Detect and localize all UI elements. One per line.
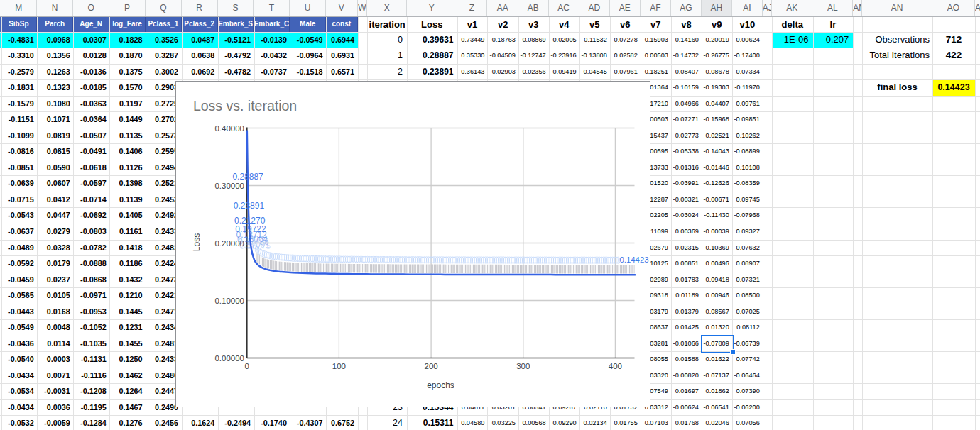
svg-text:0.28887: 0.28887 bbox=[232, 172, 263, 182]
svg-text:400: 400 bbox=[609, 361, 622, 370]
svg-text:Loss: Loss bbox=[192, 233, 202, 250]
svg-text:0.23891: 0.23891 bbox=[234, 200, 265, 210]
svg-text:0.16775: 0.16775 bbox=[240, 241, 271, 251]
svg-text:0: 0 bbox=[245, 361, 249, 370]
svg-text:epochs: epochs bbox=[427, 380, 454, 390]
svg-text:0.10000: 0.10000 bbox=[214, 296, 244, 304]
svg-text:Loss vs. iteration: Loss vs. iteration bbox=[193, 97, 297, 113]
svg-text:0.00000: 0.00000 bbox=[214, 353, 244, 362]
svg-text:0.40000: 0.40000 bbox=[214, 123, 244, 132]
svg-text:0.14423: 0.14423 bbox=[619, 255, 648, 263]
svg-text:300: 300 bbox=[516, 361, 530, 370]
svg-text:0.30000: 0.30000 bbox=[214, 181, 244, 189]
svg-text:200: 200 bbox=[425, 361, 438, 370]
svg-text:100: 100 bbox=[332, 361, 346, 370]
